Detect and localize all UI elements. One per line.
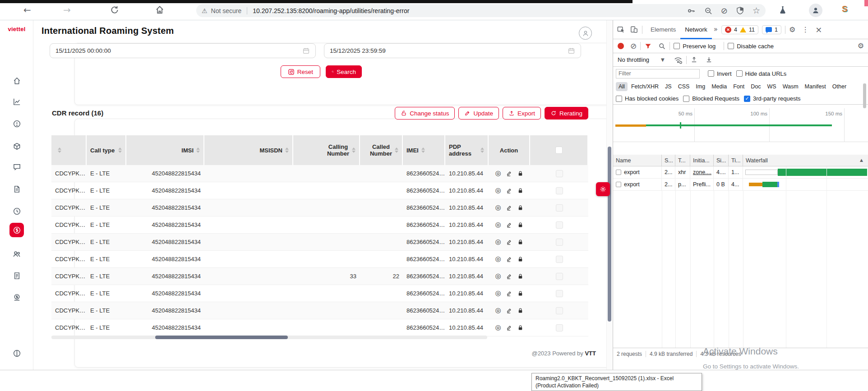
reset-button[interactable]: Reset [281,65,320,78]
view-icon[interactable]: ◎ [495,239,501,245]
row-checkbox[interactable] [556,170,563,177]
waterfall-sort-icon[interactable]: ▲ [860,158,863,162]
column-header-msisdn[interactable]: MSISDN [204,135,293,165]
select-all-checkbox[interactable] [555,147,563,154]
preserve-log-checkbox[interactable] [674,43,680,49]
table-hscrollbar-thumb[interactable] [155,336,288,339]
sidebar-item-home[interactable] [8,72,26,90]
update-button[interactable]: Update [458,107,499,120]
record-network-log-icon[interactable] [618,43,624,49]
view-icon[interactable]: ◎ [495,204,501,211]
address-bar[interactable]: ⚠ Not secure 10.207.252.135:8200/roaming… [196,4,766,17]
sidebar-item-finance[interactable] [8,288,26,306]
grid-column-waterfall[interactable]: Waterfall▲ [743,155,868,166]
invert-checkbox[interactable] [708,70,714,77]
tab-elements[interactable]: Elements [646,20,680,39]
type-chip-ws[interactable]: WS [764,82,779,91]
lock-icon[interactable] [517,273,524,280]
lock-icon[interactable] [517,239,524,245]
row-checkbox[interactable] [556,204,563,212]
sidebar-item-collapse[interactable] [8,344,26,362]
grid-column-s[interactable]: S... [662,155,675,166]
row-checkbox[interactable] [556,221,563,229]
edit-icon[interactable] [506,221,512,228]
row-checkbox[interactable] [556,187,563,194]
edit-icon[interactable] [506,204,512,211]
password-key-icon[interactable] [687,6,696,15]
grid-column-ti[interactable]: Ti... [729,155,743,166]
bookmark-star-icon[interactable]: ☆ [753,6,760,15]
lock-icon[interactable] [517,221,524,228]
sidebar-item-chart[interactable] [8,92,26,110]
view-icon[interactable]: ◎ [495,273,501,280]
column-header-imsi[interactable]: IMSI [126,135,204,165]
search-button[interactable]: Search [326,65,362,78]
edit-icon[interactable] [506,273,512,280]
view-icon[interactable]: ◎ [495,187,501,194]
type-chip-doc[interactable]: Doc [748,82,763,91]
lock-icon[interactable] [517,204,524,211]
edit-icon[interactable] [506,307,512,314]
lock-icon[interactable] [517,187,524,194]
sort-icon[interactable] [421,147,425,153]
devtools-scrollbar-thumb[interactable] [863,83,866,108]
network-request-row[interactable]: export2...xhrzone....4....1... [613,166,868,179]
date-from-field[interactable] [50,43,316,58]
date-to-input[interactable] [330,47,568,54]
column-header-called[interactable]: Called Number [360,135,403,165]
export-button[interactable]: Export [503,107,541,120]
lock-icon[interactable] [517,307,524,314]
sidebar-item-history[interactable] [8,202,26,220]
type-chip-all[interactable]: All [616,82,628,91]
throttling-select[interactable]: No throttling [618,56,649,63]
type-chip-manifest[interactable]: Manifest [802,82,829,91]
edit-icon[interactable] [506,256,512,262]
view-icon[interactable]: ◎ [495,290,501,297]
date-to-field[interactable] [324,43,581,58]
type-chip-img[interactable]: Img [693,82,708,91]
edit-icon[interactable] [506,324,512,331]
throttling-dropdown-icon[interactable]: ▼ [661,58,665,62]
device-toolbar-icon[interactable] [630,25,638,34]
network-filter-input[interactable] [616,69,700,78]
3rd-party-requests-checkbox[interactable]: ✓ [744,96,750,102]
column-header-imei[interactable]: IMEI [403,135,445,165]
tab-network[interactable]: Network [680,20,712,39]
issues-badge[interactable]: 1 [762,25,781,34]
change-status-button[interactable]: Change status [395,107,455,120]
sidebar-item-billing[interactable] [9,223,24,237]
lock-icon[interactable] [517,290,524,297]
grid-column-si[interactable]: Si... [714,155,729,166]
disable-cache-checkbox[interactable] [728,43,734,49]
edit-icon[interactable] [506,239,512,245]
more-tabs-icon[interactable]: » [714,26,718,33]
edit-icon[interactable] [506,187,512,194]
row-checkbox[interactable] [556,273,563,280]
reload-button[interactable] [110,5,120,15]
type-chip-media[interactable]: Media [709,82,729,91]
request-initiator[interactable]: zone.... [693,169,711,175]
edit-icon[interactable] [506,170,512,177]
filter-funnel-icon[interactable] [644,42,652,50]
sort-icon[interactable] [118,147,122,153]
home-button[interactable] [155,5,165,15]
sort-icon[interactable] [480,147,484,153]
network-request-row[interactable]: export2...p...Prefli...0 B4... [613,179,868,191]
type-chip-css[interactable]: CSS [675,82,693,91]
row-checkbox[interactable] [556,290,563,297]
grid-column-initia[interactable]: Initia... [690,155,714,166]
has-blocked-cookies-checkbox[interactable] [616,96,622,102]
sidebar-item-document[interactable] [8,180,26,198]
sidebar-item-alert[interactable] [8,115,26,133]
lock-icon[interactable] [517,256,524,262]
row-checkbox[interactable] [556,256,563,263]
sort-icon[interactable] [352,147,356,153]
sidebar-item-package[interactable] [8,137,26,155]
profile-avatar[interactable] [809,4,822,17]
sort-icon[interactable] [196,147,200,153]
errors-warnings-badge[interactable]: ✕ 4 11 [721,25,758,34]
request-checkbox[interactable] [616,170,621,175]
rerating-button[interactable]: Rerating [545,107,588,120]
column-header-pdp[interactable]: PDP address [445,135,489,165]
floating-settings-button[interactable] [596,182,610,196]
